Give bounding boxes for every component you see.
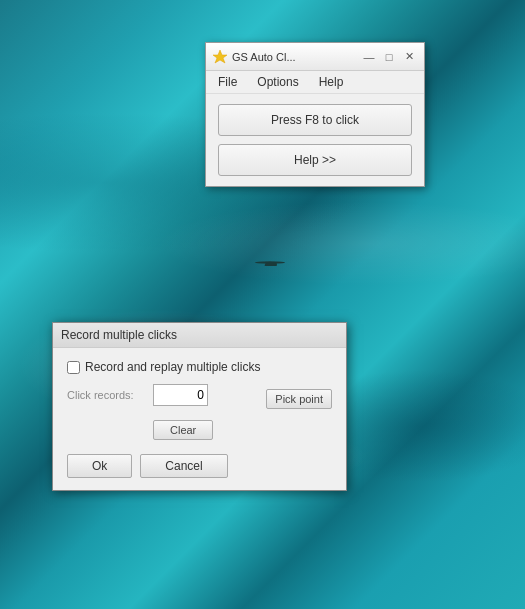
- record-replay-checkbox[interactable]: [67, 361, 80, 374]
- ok-button[interactable]: Ok: [67, 454, 132, 478]
- menu-options[interactable]: Options: [251, 73, 304, 91]
- cancel-button[interactable]: Cancel: [140, 454, 227, 478]
- main-window: GS Auto Cl... — □ ✕ File Options Help Pr…: [205, 42, 425, 187]
- clear-button[interactable]: Clear: [153, 420, 213, 440]
- dialog-content: Record and replay multiple clicks Click …: [53, 348, 346, 490]
- main-window-title: GS Auto Cl...: [232, 51, 360, 63]
- press-f8-button[interactable]: Press F8 to click: [218, 104, 412, 136]
- minimize-button[interactable]: —: [360, 48, 378, 66]
- close-button[interactable]: ✕: [400, 48, 418, 66]
- svg-marker-0: [213, 50, 227, 63]
- click-records-label: Click records:: [67, 389, 147, 401]
- click-records-input[interactable]: [153, 384, 208, 406]
- bird-silhouette: [255, 258, 285, 270]
- record-replay-label: Record and replay multiple clicks: [85, 360, 260, 374]
- main-window-content: Press F8 to click Help >>: [206, 94, 424, 186]
- app-icon: [212, 49, 228, 65]
- records-pick-row: Click records: Pick point: [67, 384, 332, 414]
- click-records-row: Click records:: [67, 384, 208, 406]
- record-dialog: Record multiple clicks Record and replay…: [52, 322, 347, 491]
- main-window-titlebar: GS Auto Cl... — □ ✕: [206, 43, 424, 71]
- dialog-titlebar: Record multiple clicks: [53, 323, 346, 348]
- help-button[interactable]: Help >>: [218, 144, 412, 176]
- menu-bar: File Options Help: [206, 71, 424, 94]
- restore-button[interactable]: □: [380, 48, 398, 66]
- menu-help[interactable]: Help: [313, 73, 350, 91]
- menu-file[interactable]: File: [212, 73, 243, 91]
- dialog-action-buttons: Ok Cancel: [67, 450, 332, 478]
- window-controls: — □ ✕: [360, 48, 418, 66]
- checkbox-row: Record and replay multiple clicks: [67, 360, 332, 374]
- pick-point-button[interactable]: Pick point: [266, 389, 332, 409]
